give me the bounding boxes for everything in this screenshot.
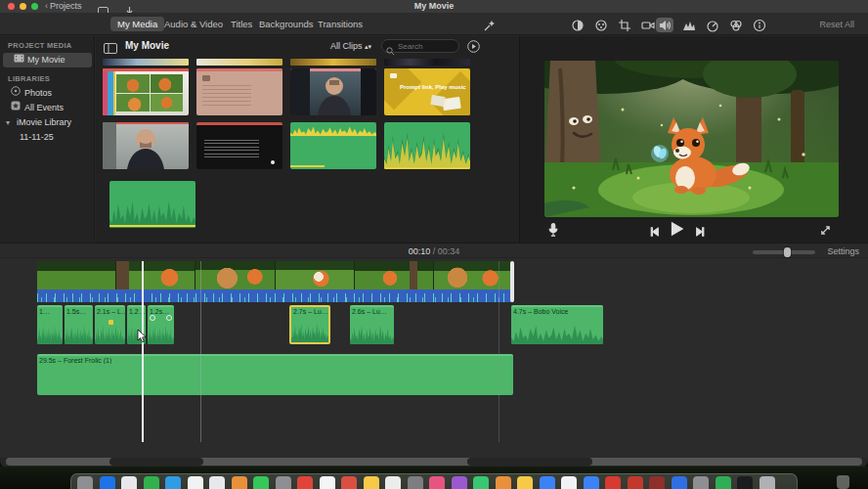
tab-audio-video[interactable]: Audio & Video bbox=[157, 17, 230, 31]
timeline-audio-clip[interactable]: 2.1s – L… bbox=[95, 305, 125, 344]
tab-transitions[interactable]: Transitions bbox=[311, 17, 369, 31]
dock-app-icon[interactable] bbox=[297, 476, 313, 489]
tab-my-media[interactable]: My Media bbox=[110, 17, 164, 31]
sidebar-item-photos[interactable]: Photos bbox=[0, 86, 95, 101]
media-thumbnail-audio-clip[interactable] bbox=[384, 122, 470, 169]
record-voiceover-mic-icon[interactable] bbox=[547, 222, 559, 243]
media-thumbnail-document[interactable] bbox=[196, 68, 282, 115]
media-thumbnail-audio-clip[interactable] bbox=[109, 181, 195, 228]
timeline-music-clip[interactable]: 29.5s – Forest Frolic (1) bbox=[37, 354, 513, 395]
dock-app-icon[interactable] bbox=[628, 476, 643, 489]
dock-app-icon[interactable] bbox=[408, 476, 423, 489]
dock-app-icon[interactable] bbox=[496, 476, 511, 489]
title-bar: ‹Projects My Movie bbox=[0, 0, 868, 13]
dock-app-icon[interactable] bbox=[693, 476, 709, 489]
sidebar-item-my-movie[interactable]: My Movie bbox=[3, 53, 92, 67]
stabilization-icon[interactable] bbox=[639, 18, 657, 32]
dock-app-icon[interactable] bbox=[540, 476, 555, 489]
dock-app-icon[interactable] bbox=[605, 476, 621, 489]
dock[interactable] bbox=[70, 473, 798, 489]
timeline-audio-clip[interactable]: 1… bbox=[37, 305, 63, 344]
reset-all-button[interactable]: Reset All bbox=[819, 20, 854, 29]
dock-app-icon[interactable] bbox=[100, 476, 115, 489]
sidebar-item-imovie-library[interactable]: ▾iMovie Library bbox=[0, 115, 95, 130]
timeline-audio-clip[interactable]: 1.2s… bbox=[148, 305, 174, 344]
media-thumbnail-code-window[interactable] bbox=[196, 122, 282, 169]
dock-app-icon[interactable] bbox=[341, 476, 357, 489]
search-input[interactable] bbox=[398, 41, 456, 52]
previous-frame-button[interactable] bbox=[649, 224, 661, 242]
playhead[interactable] bbox=[142, 261, 144, 442]
clip-trim-handle[interactable] bbox=[510, 261, 514, 302]
dock-app-icon[interactable] bbox=[121, 476, 137, 489]
clip-filter-dropdown[interactable]: All Clips ▴▾ bbox=[330, 41, 371, 51]
dock-app-icon[interactable] bbox=[473, 476, 489, 489]
timeline-scrollbar[interactable] bbox=[6, 458, 862, 466]
movie-icon bbox=[13, 53, 24, 67]
timeline: 1… 1.5s… 2.1s – L… 1.2… 1.2s… 2.7s – Lu… bbox=[0, 258, 868, 458]
browser-title: My Movie bbox=[125, 40, 169, 51]
sidebar-item-event-date[interactable]: 11-11-25 bbox=[0, 130, 95, 145]
sidebar-item-all-events[interactable]: All Events bbox=[0, 101, 95, 115]
dock-app-icon[interactable] bbox=[165, 476, 181, 489]
media-thumbnail[interactable] bbox=[196, 59, 282, 66]
clip-info-icon[interactable] bbox=[751, 18, 768, 32]
dock-app-icon[interactable] bbox=[209, 476, 225, 489]
dock-app-icon[interactable] bbox=[320, 476, 335, 489]
trash-icon[interactable] bbox=[837, 475, 849, 489]
volume-adjust-icon[interactable] bbox=[656, 18, 673, 32]
dock-app-icon[interactable] bbox=[452, 476, 467, 489]
timeline-audio-clip-selected[interactable]: 2.7s – Lu… bbox=[289, 305, 330, 344]
media-thumbnail-presenter[interactable] bbox=[290, 68, 376, 115]
volume-fade-handle[interactable] bbox=[150, 315, 155, 321]
timeline-audio-clip[interactable]: 2.6s – Lu… bbox=[350, 305, 394, 344]
speed-icon[interactable] bbox=[704, 18, 721, 32]
dock-app-icon[interactable] bbox=[77, 476, 93, 489]
dock-app-icon[interactable] bbox=[517, 476, 533, 489]
dock-app-icon[interactable] bbox=[716, 476, 731, 489]
search-box[interactable] bbox=[381, 39, 459, 53]
timeline-zoom-knob[interactable] bbox=[784, 247, 791, 257]
timeline-settings-button[interactable]: Settings bbox=[827, 246, 859, 256]
color-balance-icon[interactable] bbox=[569, 18, 586, 32]
dock-app-icon[interactable] bbox=[364, 476, 379, 489]
dock-app-icon[interactable] bbox=[561, 476, 577, 489]
play-circle-icon[interactable] bbox=[467, 39, 480, 57]
dock-app-icon[interactable] bbox=[429, 476, 445, 489]
dock-app-icon[interactable] bbox=[144, 476, 159, 489]
dock-app-icon[interactable] bbox=[649, 476, 665, 489]
play-button[interactable] bbox=[669, 221, 684, 241]
noise-equalizer-icon[interactable] bbox=[680, 18, 698, 32]
timecode-total: / 00:34 bbox=[433, 246, 460, 256]
clip-filter-icon[interactable] bbox=[727, 18, 745, 32]
dock-app-icon[interactable] bbox=[253, 476, 269, 489]
sidebar-toggle-icon[interactable] bbox=[104, 40, 117, 58]
photos-pinwheel-icon bbox=[10, 86, 22, 101]
dock-app-icon[interactable] bbox=[188, 476, 203, 489]
fullscreen-icon[interactable] bbox=[819, 223, 832, 241]
media-thumbnail[interactable] bbox=[103, 59, 189, 66]
video-clip-audio-strip[interactable] bbox=[37, 289, 513, 302]
media-thumbnail[interactable] bbox=[290, 59, 376, 66]
media-thumbnail[interactable] bbox=[384, 59, 470, 66]
media-thumbnail-presenter[interactable] bbox=[103, 122, 189, 169]
dock-app-icon[interactable] bbox=[385, 476, 401, 489]
video-clip-filmstrip[interactable] bbox=[37, 261, 513, 289]
dock-app-icon[interactable] bbox=[760, 476, 775, 489]
dock-app-icon[interactable] bbox=[584, 476, 599, 489]
timeline-audio-clip[interactable]: 1.5s… bbox=[65, 305, 93, 344]
dock-app-icon[interactable] bbox=[672, 476, 687, 489]
media-thumbnail-slide[interactable]: Prompt link, Play music bbox=[384, 68, 470, 115]
dock-app-icon[interactable] bbox=[737, 476, 753, 489]
volume-fade-handle[interactable] bbox=[166, 315, 172, 321]
color-correction-icon[interactable] bbox=[592, 18, 610, 32]
next-frame-button[interactable] bbox=[694, 224, 706, 242]
enhance-wand-icon[interactable] bbox=[481, 18, 499, 32]
chevron-down-icon: ▾ bbox=[2, 115, 14, 130]
media-thumbnail-audio-clip[interactable] bbox=[290, 122, 376, 169]
media-thumbnail-fox-grid[interactable] bbox=[103, 68, 189, 115]
timeline-audio-clip[interactable]: 4.7s – Bobo Voice bbox=[511, 305, 603, 344]
dock-app-icon[interactable] bbox=[232, 476, 247, 489]
crop-icon[interactable] bbox=[616, 18, 633, 32]
dock-app-icon[interactable] bbox=[276, 476, 291, 489]
